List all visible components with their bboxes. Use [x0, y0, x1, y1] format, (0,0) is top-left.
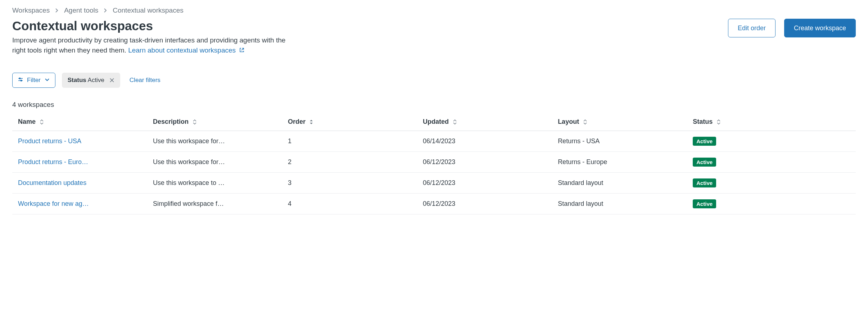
breadcrumb-agent-tools[interactable]: Agent tools [64, 6, 98, 14]
workspace-description: Use this workspace for… [153, 158, 276, 166]
sort-icon [452, 119, 457, 125]
column-header-status[interactable]: Status [693, 118, 721, 126]
column-header-updated[interactable]: Updated [423, 118, 457, 126]
workspace-order: 4 [288, 200, 291, 207]
column-header-layout-label: Layout [558, 118, 579, 126]
table-row: Product returns - Euro… Use this workspa… [12, 152, 856, 173]
workspace-name-link[interactable]: Documentation updates [18, 179, 141, 187]
sort-icon [192, 119, 197, 125]
sort-icon [309, 119, 313, 124]
chevron-right-icon [54, 8, 60, 13]
filter-chip-key: Status [68, 77, 86, 83]
svg-point-1 [19, 78, 20, 79]
workspace-description: Simplified workspace f… [153, 200, 276, 208]
column-header-name[interactable]: Name [18, 118, 44, 126]
column-header-name-label: Name [18, 118, 36, 126]
edit-order-button[interactable]: Edit order [728, 19, 776, 37]
clear-filters-link[interactable]: Clear filters [130, 77, 161, 84]
external-link-icon [239, 46, 245, 56]
status-badge: Active [693, 178, 716, 187]
workspace-updated: 06/14/2023 [423, 137, 455, 145]
workspace-description: Use this workspace to … [153, 179, 276, 187]
create-workspace-button[interactable]: Create workspace [784, 19, 856, 37]
sort-icon [716, 119, 721, 125]
learn-more-label: Learn about contextual workspaces [128, 46, 236, 54]
workspace-name-link[interactable]: Product returns - Euro… [18, 158, 141, 166]
table-row: Documentation updates Use this workspace… [12, 173, 856, 194]
table-row: Workspace for new ag… Simplified workspa… [12, 194, 856, 214]
page-title: Contextual workspaces [12, 19, 286, 33]
workspace-updated: 06/12/2023 [423, 179, 455, 186]
workspace-layout: Returns - USA [558, 137, 600, 145]
sort-icon [583, 119, 588, 125]
workspace-order: 1 [288, 137, 291, 145]
breadcrumb-current: Contextual workspaces [113, 6, 183, 14]
status-badge: Active [693, 158, 716, 167]
filter-button-label: Filter [27, 77, 41, 84]
workspace-name-link[interactable]: Workspace for new ag… [18, 200, 141, 208]
chevron-right-icon [103, 8, 108, 13]
page-description-block: Improve agent productivity by creating t… [12, 35, 286, 55]
breadcrumb: Workspaces Agent tools Contextual worksp… [12, 6, 856, 14]
workspace-updated: 06/12/2023 [423, 158, 455, 166]
column-header-order[interactable]: Order [288, 118, 313, 126]
workspace-order: 2 [288, 158, 291, 166]
workspace-order: 3 [288, 179, 291, 186]
workspaces-table: Name Description Order [12, 113, 856, 214]
workspace-layout: Returns - Europe [558, 158, 607, 166]
workspace-description: Use this workspace for… [153, 137, 276, 145]
filter-button[interactable]: Filter [12, 73, 55, 88]
sliders-icon [18, 77, 23, 84]
column-header-order-label: Order [288, 118, 306, 126]
filter-chip-value: Active [88, 77, 104, 83]
sort-icon [39, 119, 44, 125]
column-header-updated-label: Updated [423, 118, 449, 126]
svg-marker-7 [310, 123, 313, 124]
table-row: Product returns - USA Use this workspace… [12, 131, 856, 152]
column-header-description[interactable]: Description [153, 118, 197, 126]
chevron-down-icon [44, 77, 50, 84]
column-header-layout[interactable]: Layout [558, 118, 588, 126]
workspace-layout: Standard layout [558, 200, 603, 207]
workspace-layout: Standard layout [558, 179, 603, 186]
workspace-updated: 06/12/2023 [423, 200, 455, 207]
column-header-status-label: Status [693, 118, 713, 126]
close-icon[interactable] [109, 78, 114, 83]
status-badge: Active [693, 199, 716, 208]
status-badge: Active [693, 137, 716, 146]
svg-marker-6 [310, 120, 313, 121]
breadcrumb-workspaces[interactable]: Workspaces [12, 6, 50, 14]
learn-more-link[interactable]: Learn about contextual workspaces [128, 46, 245, 54]
svg-point-3 [21, 80, 22, 81]
workspace-name-link[interactable]: Product returns - USA [18, 137, 141, 145]
column-header-description-label: Description [153, 118, 189, 126]
workspace-count: 4 workspaces [12, 101, 856, 109]
filter-chip-status[interactable]: Status Active [62, 73, 120, 88]
